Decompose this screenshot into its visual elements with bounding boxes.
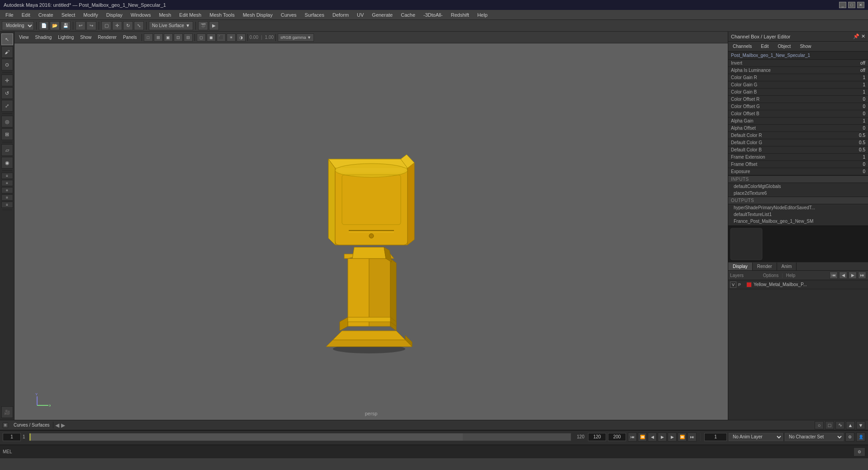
menu-item-uv[interactable]: UV <box>353 11 367 19</box>
select-tool[interactable]: ↖ <box>1 33 13 45</box>
vp-gamma-btn[interactable]: sRGB gamma ▼ <box>278 33 314 42</box>
maximize-button[interactable]: □ <box>848 2 855 8</box>
play-prev-btn[interactable]: ⏪ <box>638 432 647 442</box>
tab-display[interactable]: Display <box>728 263 753 270</box>
curves-tab-arrow-right[interactable]: ▶ <box>61 422 65 428</box>
menu-item-cache[interactable]: Cache <box>397 11 419 19</box>
layer-options[interactable]: Options <box>763 273 778 278</box>
channel-default-color-r[interactable]: Default Color R 0.5 <box>728 132 868 139</box>
input-item-2[interactable]: place2dTexture6 <box>728 190 868 197</box>
total-end-input[interactable] <box>608 433 626 441</box>
play-next-frame-btn[interactable]: ▶ <box>668 432 677 442</box>
vp-menu-shading[interactable]: Shading <box>33 34 55 41</box>
curves-collapse-btn[interactable]: ≡ <box>3 423 8 428</box>
layer-nav-first[interactable]: ⏮ <box>830 272 838 279</box>
input-item-1[interactable]: defaultColorMgtGlobals <box>728 183 868 190</box>
vp-light-btn[interactable]: ☀ <box>227 33 236 42</box>
curves-tab-arrow-left[interactable]: ◀ <box>55 422 59 428</box>
rotate-tool-btn[interactable]: ↻ <box>123 21 133 30</box>
menu-item-edit-mesh[interactable]: Edit Mesh <box>175 11 205 19</box>
soft-select-tool[interactable]: ◎ <box>1 116 13 127</box>
menu-item-modify[interactable]: Modify <box>80 11 101 19</box>
vp-btn-4[interactable]: ⊡ <box>174 33 183 42</box>
polygon-tool[interactable]: ▱ <box>1 144 13 156</box>
end-frame-input[interactable] <box>588 433 606 441</box>
vp-smooth-btn[interactable]: ◼ <box>207 33 216 42</box>
move-tool[interactable]: ✛ <box>1 75 13 86</box>
down-arrow-btn[interactable]: ▼ <box>856 421 865 429</box>
move-tool-btn[interactable]: ✛ <box>112 21 122 30</box>
paint-tool[interactable]: 🖌 <box>1 46 13 58</box>
channel-alpha-gain[interactable]: Alpha Gain 1 <box>728 118 868 125</box>
tool-group-2[interactable]: ≡ <box>1 180 13 186</box>
play-btn[interactable]: ▶ <box>658 432 667 442</box>
menu-item-curves[interactable]: Curves <box>277 11 300 19</box>
undo-btn[interactable]: ↩ <box>76 21 85 30</box>
select-tool-btn[interactable]: ▢ <box>101 21 111 30</box>
channel-frame-offset[interactable]: Frame Offset 0 <box>728 161 868 168</box>
channel-alpha-luminance[interactable]: Alpha Is Luminance off <box>728 67 868 74</box>
no-live-surface-btn[interactable]: No Live Surface ▼ <box>149 21 193 30</box>
channel-default-color-b[interactable]: Default Color B 0.5 <box>728 146 868 154</box>
channel-color-offset-b[interactable]: Color Offset B 0 <box>728 110 868 118</box>
curves-tab-label[interactable]: Curves / Surfaces <box>10 422 53 428</box>
channel-color-gain-r[interactable]: Color Gain R 1 <box>728 74 868 81</box>
scale-tool[interactable]: ⤢ <box>1 100 13 112</box>
output-item-1[interactable]: hyperShadePrimaryNodeEditorSavedT... <box>728 204 868 211</box>
anim-settings-btn[interactable]: ⚙ <box>845 432 854 442</box>
layer-help[interactable]: Help <box>786 273 796 278</box>
frame-number-display[interactable] <box>704 433 727 441</box>
vp-menu-lighting[interactable]: Lighting <box>55 34 76 41</box>
camera-tool[interactable]: 🎥 <box>1 406 13 418</box>
no-anim-layer-select[interactable]: No Anim Layer <box>729 433 783 441</box>
workspace-dropdown[interactable]: Modeling <box>2 21 34 30</box>
new-file-btn[interactable]: 📄 <box>39 21 49 30</box>
vp-btn-gate[interactable]: ⊟ <box>184 33 193 42</box>
circle-shape-btn[interactable]: ○ <box>815 421 824 429</box>
layer-visibility-toggle[interactable]: V <box>730 282 736 288</box>
minimize-button[interactable]: _ <box>839 2 846 8</box>
panel-close-btn[interactable]: ✕ <box>861 33 865 39</box>
vp-menu-show[interactable]: Show <box>77 34 94 41</box>
output-item-2[interactable]: defaultTextureList1 <box>728 211 868 218</box>
channel-invert[interactable]: Invert off <box>728 60 868 67</box>
vp-btn-1[interactable]: □ <box>144 33 153 42</box>
layer-nav-prev[interactable]: ◀ <box>839 272 847 279</box>
vp-menu-renderer[interactable]: Renderer <box>95 34 119 41</box>
tool-group-1[interactable]: ≡ <box>1 173 13 179</box>
vp-wireframe-btn[interactable]: ◻ <box>197 33 206 42</box>
render-btn[interactable]: 🎬 <box>198 21 208 30</box>
menu-item-file[interactable]: File <box>2 11 17 19</box>
play-next-btn[interactable]: ⏩ <box>678 432 687 442</box>
tab-channels[interactable]: Channels <box>730 43 754 50</box>
channel-default-color-g[interactable]: Default Color G 0.5 <box>728 139 868 146</box>
menu-item-mesh-tools[interactable]: Mesh Tools <box>206 11 238 19</box>
play-prev-frame-btn[interactable]: ◀ <box>648 432 657 442</box>
tab-render[interactable]: Render <box>753 263 777 270</box>
menu-item-surfaces[interactable]: Surfaces <box>301 11 328 19</box>
save-file-btn[interactable]: 💾 <box>61 21 71 30</box>
lasso-tool[interactable]: ⊙ <box>1 59 13 70</box>
tab-object[interactable]: Object <box>775 43 794 50</box>
tab-edit[interactable]: Edit <box>758 43 771 50</box>
render-seq-btn[interactable]: ▶ <box>209 21 219 30</box>
tab-anim[interactable]: Anim <box>777 263 797 270</box>
channel-color-offset-r[interactable]: Color Offset R 0 <box>728 96 868 103</box>
curve-shape-btn[interactable]: ∿ <box>835 421 844 429</box>
vp-menu-panels[interactable]: Panels <box>120 34 140 41</box>
menu-item-deform[interactable]: Deform <box>329 11 352 19</box>
scale-tool-btn[interactable]: ⤡ <box>134 21 144 30</box>
tool-group-4[interactable]: ≡ <box>1 194 13 201</box>
vp-shadow-btn[interactable]: ◑ <box>237 33 246 42</box>
menu-item-generate[interactable]: Generate <box>368 11 396 19</box>
show-manip-tool[interactable]: ⊞ <box>1 128 13 140</box>
menu-item-windows[interactable]: Windows <box>127 11 155 19</box>
menu-item-help[interactable]: Help <box>474 11 491 19</box>
tab-show[interactable]: Show <box>797 43 814 50</box>
layer-row-1[interactable]: V P Yellow_Metal_Mailbox_P... <box>728 280 868 289</box>
redo-btn[interactable]: ↪ <box>86 21 96 30</box>
vp-menu-view[interactable]: View <box>16 34 32 41</box>
vp-texture-btn[interactable]: ⬛ <box>217 33 226 42</box>
status-settings-btn[interactable]: ⚙ <box>854 447 865 456</box>
close-button[interactable]: ✕ <box>857 2 864 8</box>
